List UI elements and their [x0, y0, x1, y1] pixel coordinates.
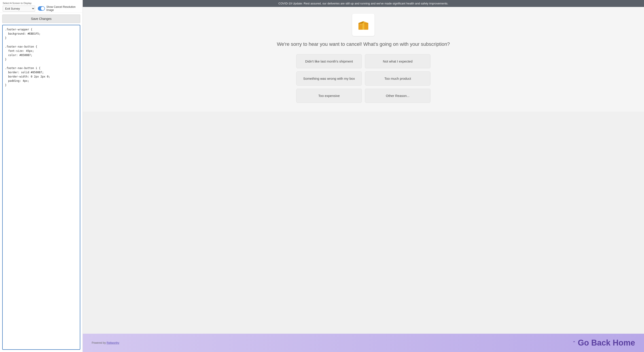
svg-rect-4: [362, 23, 364, 30]
footer-bar: Powered by Reltworthy ⌃ Go Back Home: [83, 334, 644, 352]
reltworthy-link[interactable]: Reltworthy: [107, 341, 120, 345]
option-didnt-like[interactable]: Didn't like last month's shipment: [296, 54, 362, 68]
main-content: We're sorry to hear you want to cancel! …: [83, 7, 644, 334]
code-editor[interactable]: .footer-wrapper { background: #EBD1F5; }…: [2, 25, 80, 350]
covid-banner-text: COVID-19 Update: Rest assured, our deliv…: [278, 2, 448, 5]
option-not-expected[interactable]: Not what I expected: [365, 54, 430, 68]
toggle-knob: [41, 7, 44, 10]
svg-marker-2: [363, 21, 368, 23]
left-panel: Select A Screen to Display Exit Survey S…: [0, 0, 83, 352]
go-back-arrow-icon: ⌃: [572, 340, 576, 346]
select-row: Exit Survey Show Cancel Resolution Image: [3, 5, 80, 12]
screen-select[interactable]: Exit Survey: [3, 5, 35, 12]
go-back-home-container: ⌃ Go Back Home: [572, 338, 635, 348]
options-grid: Didn't like last month's shipment Not wh…: [296, 54, 430, 103]
survey-card: We're sorry to hear you want to cancel! …: [83, 7, 644, 112]
toggle-switch[interactable]: [38, 6, 45, 11]
go-back-home-label[interactable]: Go Back Home: [578, 338, 635, 348]
save-changes-button[interactable]: Save Changes: [2, 14, 80, 23]
right-panel: COVID-19 Update: Rest assured, our deliv…: [83, 0, 644, 352]
option-other-reason[interactable]: Other Reason...: [365, 89, 430, 103]
select-label: Select A Screen to Display: [3, 2, 80, 4]
toggle-row: Show Cancel Resolution Image: [38, 5, 80, 12]
svg-rect-5: [360, 24, 362, 25]
covid-banner: COVID-19 Update: Rest assured, our deliv…: [83, 0, 644, 7]
happybox-logo-icon: [357, 18, 370, 31]
option-too-much-product[interactable]: Too much product: [365, 71, 430, 86]
powered-by: Powered by Reltworthy: [92, 341, 119, 345]
powered-by-text: Powered by: [92, 341, 106, 345]
option-wrong-box[interactable]: Something was wrong with my box: [296, 71, 362, 86]
survey-title: We're sorry to hear you want to cancel! …: [277, 41, 450, 47]
top-bar: Select A Screen to Display Exit Survey S…: [0, 0, 82, 13]
svg-marker-1: [358, 21, 363, 23]
option-too-expensive[interactable]: Too expensive: [296, 89, 362, 103]
logo-box: [352, 14, 374, 36]
toggle-label: Show Cancel Resolution Image: [46, 5, 80, 12]
